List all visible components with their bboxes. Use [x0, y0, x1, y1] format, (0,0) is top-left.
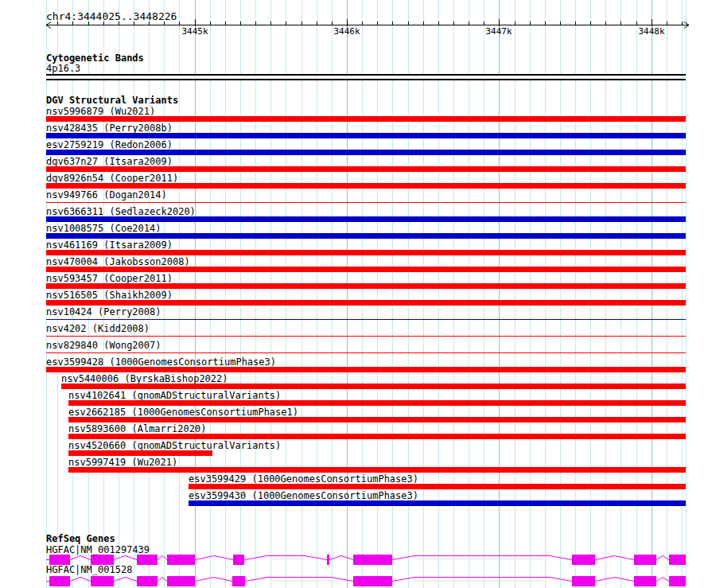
variant-label: esv3599428 (1000GenomesConsortiumPhase3) [46, 357, 276, 367]
variant-bar[interactable] [46, 116, 686, 122]
dgv-track-header: DGV Structural Variants [46, 95, 178, 106]
variant-label: esv2662185 (1000GenomesConsortiumPhase1) [68, 407, 298, 417]
exon-box[interactable] [572, 555, 595, 565]
variant-bar[interactable] [46, 233, 686, 239]
genome-browser: chr4:3444025..3448226 3445k3446k3447k344… [0, 0, 708, 588]
gene-label: HGFAC|NM_001528 [46, 565, 132, 574]
cytoband-box [46, 74, 686, 80]
variant-label: nsv1008575 (Coe2014) [46, 224, 161, 233]
variant-label: nsv4202 (Kidd2008) [46, 324, 150, 333]
variant-bar[interactable] [61, 384, 686, 389]
exon-box[interactable] [634, 555, 656, 565]
ruler-tick-label: 3447k [485, 27, 512, 37]
refseq-track-header: RefSeq Genes [46, 534, 115, 544]
gene-model[interactable] [46, 555, 686, 565]
variant-bar[interactable] [46, 166, 686, 172]
exon-box[interactable] [167, 576, 195, 586]
variant-bar[interactable] [68, 400, 686, 406]
variant-bar[interactable] [46, 267, 686, 272]
exon-box[interactable] [353, 555, 392, 565]
variant-bar[interactable] [68, 417, 686, 423]
variant-label: nsv10424 (Perry2008) [46, 307, 161, 317]
exon-box[interactable] [137, 555, 158, 565]
variant-bar[interactable] [46, 283, 686, 289]
variant-label: nsv829840 (Wong2007) [46, 341, 161, 350]
exon-box[interactable] [233, 555, 244, 565]
variant-bar[interactable] [46, 250, 686, 255]
variant-bar[interactable] [46, 352, 686, 353]
gene-label: HGFAC|NM_001297439 [46, 545, 150, 555]
exon-box[interactable] [167, 555, 195, 565]
exon-box[interactable] [353, 576, 392, 586]
variant-label: esv2759219 (Redon2006) [46, 140, 173, 150]
gene-model[interactable] [46, 576, 686, 586]
variant-label: nsv4520660 (gnomADStructuralVariants) [68, 441, 281, 450]
variant-label: esv3599429 (1000GenomesConsortiumPhase3) [189, 474, 418, 484]
variant-label: nsv593457 (Cooper2011) [46, 274, 173, 283]
variant-label: nsv5996879 (Wu2021) [46, 107, 155, 116]
variant-label: nsv5997419 (Wu2021) [68, 458, 177, 467]
cytoband-label: 4p16.3 [46, 64, 80, 73]
region-title: chr4:3444025..3448226 [46, 11, 177, 21]
variant-label: dgv637n27 (Itsara2009) [46, 157, 173, 166]
variant-bar[interactable] [46, 202, 686, 203]
variant-label: nsv949766 (Dogan2014) [46, 190, 167, 200]
variant-bar[interactable] [189, 484, 686, 489]
variant-bar[interactable] [68, 467, 686, 473]
exon-box[interactable] [137, 576, 158, 586]
variant-label: esv3599430 (1000GenomesConsortiumPhase3) [189, 491, 418, 500]
variant-bar[interactable] [68, 450, 212, 456]
variant-label: nsv516505 (Shaikh2009) [46, 290, 173, 300]
exon-box[interactable] [232, 576, 245, 586]
variant-label: nsv470004 (Jakobsson2008) [46, 257, 190, 267]
ruler-tick-label: 3445k [181, 27, 208, 37]
variant-bar[interactable] [46, 133, 686, 138]
variant-bar[interactable] [46, 150, 686, 155]
variant-bar[interactable] [46, 336, 686, 337]
variant-label: nsv428435 (Perry2008b) [46, 123, 173, 133]
exon-box[interactable] [634, 576, 656, 586]
exon-box[interactable] [669, 576, 686, 586]
variant-bar[interactable] [46, 216, 686, 222]
exon-box[interactable] [327, 555, 329, 565]
exon-box[interactable] [572, 576, 595, 586]
variant-bar[interactable] [46, 319, 686, 320]
ruler-tick-label: 3448k [638, 27, 664, 37]
variant-label: dgv8926n54 (Cooper2011) [46, 173, 178, 183]
exon-box[interactable] [49, 576, 70, 586]
variant-label: nsv5440006 (ByrskaBishop2022) [61, 374, 228, 384]
variant-bar[interactable] [46, 300, 686, 306]
variant-bar[interactable] [46, 183, 686, 189]
variant-label: nsv461169 (Itsara2009) [46, 240, 173, 250]
variant-label: nsv4102641 (gnomADStructuralVariants) [68, 391, 281, 400]
variant-label: nsv6366311 (Sedlazeck2020) [46, 207, 196, 216]
exon-box[interactable] [91, 576, 114, 586]
ruler-tick-label: 3446k [333, 27, 360, 37]
variant-label: nsv5893600 (Almarri2020) [68, 424, 206, 434]
variant-bar[interactable] [68, 434, 686, 439]
variant-bar[interactable] [46, 367, 686, 372]
variant-bar[interactable] [189, 500, 686, 506]
exon-box[interactable] [669, 555, 686, 565]
